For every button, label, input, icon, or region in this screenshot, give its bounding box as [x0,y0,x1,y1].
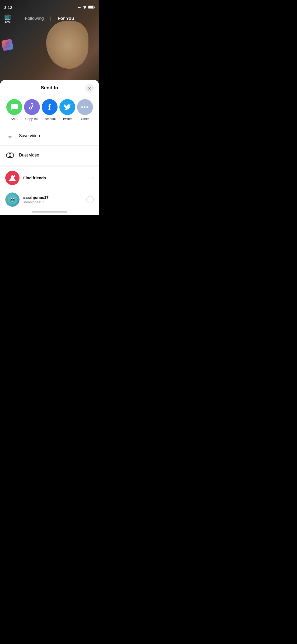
sarahjonas17-avatar [5,192,20,207]
following-tab[interactable]: Following [25,16,44,21]
twitter-label: Twitter [63,117,72,121]
find-friends-label: Find friends [23,176,46,180]
sms-icon-circle [6,99,22,115]
share-sms[interactable]: SMS [6,99,22,121]
sarahjonas17-display-name: sarahjonas17 [23,195,83,200]
nav-divider: | [50,16,51,21]
share-twitter[interactable]: Twitter [59,99,75,121]
share-facebook[interactable]: f Facebook [42,99,58,121]
top-navigation: Following | For You [0,12,99,25]
for-you-tab[interactable]: For You [58,16,74,21]
other-dots-icon: ••• [81,104,89,111]
signal-icon: ▪▪▪ [78,6,81,9]
status-bar: 3:12 ▪▪▪ [0,0,99,12]
battery-icon [88,6,95,10]
sarahjonas17-info: sarahjonas17 sarahjonas17 [23,195,83,204]
svg-point-9 [10,197,15,203]
share-other[interactable]: ••• Other [77,99,93,121]
duet-video-icon [5,150,15,160]
twitter-icon-circle [59,99,75,115]
svg-point-13 [13,199,14,200]
wifi-icon [83,6,87,10]
share-copy-link[interactable]: Copy link [24,99,40,121]
sheet-header: Send to [0,80,99,95]
other-icon-circle: ••• [77,99,93,115]
sheet-title: Send to [41,85,58,91]
contact-row-sarahjonas17[interactable]: sarahjonas17 sarahjonas17 [0,189,99,210]
facebook-label: Facebook [43,117,56,121]
home-indicator [32,211,67,213]
copy-link-label: Copy link [25,117,38,121]
share-options-row: SMS Copy link f Facebook Twitter [0,95,99,126]
save-video-icon [5,131,15,141]
share-sheet: Send to SMS Copy link f Faceboo [0,80,99,215]
facebook-f-icon: f [48,103,51,112]
find-friends-chevron: › [92,175,94,181]
duet-video-row[interactable]: Duet video [0,146,99,165]
sms-label: SMS [11,117,17,121]
find-friends-info: Find friends [23,176,88,180]
monster-icon [5,192,20,207]
save-video-label: Save video [19,134,40,138]
svg-point-12 [11,199,12,200]
copy-link-icon-circle [24,99,40,115]
close-button[interactable] [85,84,94,93]
find-friends-row[interactable]: Find friends › [0,167,99,189]
svg-rect-2 [94,6,95,8]
music-decoration: 🎵 [1,39,13,51]
save-video-row[interactable]: Save video [0,126,99,146]
sarahjonas17-select-circle[interactable] [86,196,94,203]
duet-video-label: Duet video [19,153,39,158]
section-gap [0,165,99,167]
other-label: Other [81,117,89,121]
svg-rect-1 [88,6,93,8]
status-icons: ▪▪▪ [78,6,95,10]
status-time: 3:12 [4,5,12,10]
facebook-icon-circle: f [42,99,58,115]
sarahjonas17-username: sarahjonas17 [23,200,83,204]
find-friends-avatar [5,171,20,185]
